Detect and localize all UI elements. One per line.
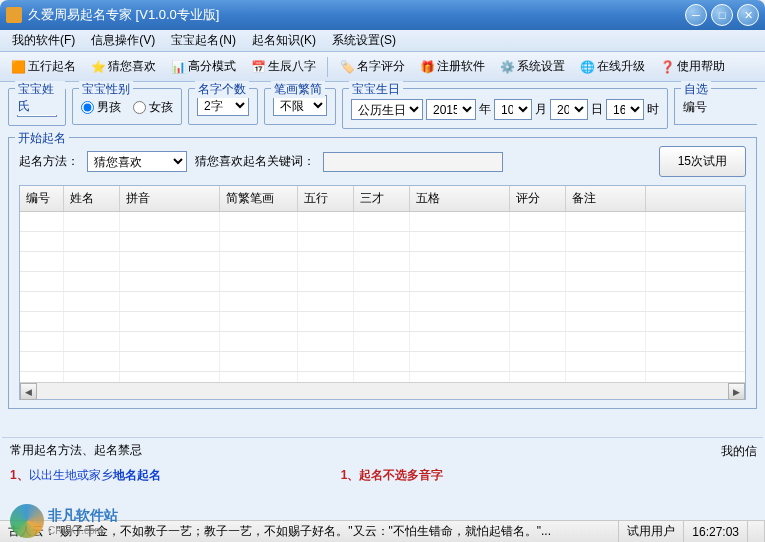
tb-label: 使用帮助 (677, 58, 725, 75)
start-panel-label: 开始起名 (15, 130, 69, 147)
gear-icon: ⚙️ (499, 59, 515, 75)
window-controls: ─ □ ✕ (685, 4, 759, 26)
method-select[interactable]: 猜您喜欢 (87, 151, 187, 172)
surname-label: 宝宝姓氏 (15, 81, 65, 115)
tb-bazi[interactable]: 📅生辰八字 (244, 56, 322, 77)
custom-content: 编号 (683, 95, 749, 116)
separator (327, 57, 328, 77)
table-row (20, 212, 745, 232)
tb-label: 在线升级 (597, 58, 645, 75)
table-row (20, 332, 745, 352)
radio-male-label: 男孩 (97, 99, 121, 116)
column-header[interactable]: 备注 (566, 186, 646, 211)
scroll-left-button[interactable]: ◀ (20, 383, 37, 400)
day-select[interactable]: 20 (550, 99, 588, 120)
tips-header: 常用起名方法、起名禁忌 (2, 437, 763, 463)
close-button[interactable]: ✕ (737, 4, 759, 26)
custom-group: 自选 编号 (674, 88, 757, 125)
month-select[interactable]: 10 (494, 99, 532, 120)
table-row (20, 312, 745, 332)
tb-upgrade[interactable]: 🌐在线升级 (573, 56, 651, 77)
input-panel: 宝宝姓氏 宝宝性别 男孩 女孩 名字个数 2字 笔画繁简 不限 宝宝生日 公历生… (2, 84, 763, 133)
table-row (20, 232, 745, 252)
column-header[interactable]: 评分 (510, 186, 566, 211)
tip-right: 1、起名不选多音字 (341, 467, 444, 484)
column-header[interactable]: 三才 (354, 186, 410, 211)
tip-left-bold: 地名起名 (113, 468, 161, 482)
tips-row: 我的信 1、以出生地或家乡地名起名 1、起名不选多音字 (2, 463, 763, 498)
tb-register[interactable]: 🎁注册软件 (413, 56, 491, 77)
keyword-input[interactable] (323, 152, 503, 172)
minimize-button[interactable]: ─ (685, 4, 707, 26)
scroll-track[interactable] (37, 383, 728, 399)
custom-label: 自选 (681, 81, 711, 98)
hour-select[interactable]: 16 (606, 99, 644, 120)
tip-left-num: 1、 (10, 468, 29, 482)
try-button[interactable]: 15次试用 (659, 146, 746, 177)
stroke-select[interactable]: 不限 (273, 95, 327, 116)
menu-file[interactable]: 我的软件(F) (4, 30, 83, 51)
status-time: 16:27:03 (684, 521, 748, 542)
year-select[interactable]: 2015 (426, 99, 476, 120)
tb-wuxing[interactable]: 🟧五行起名 (4, 56, 82, 77)
birthday-group: 宝宝生日 公历生日 2015 年 10 月 20 日 16 时 (342, 88, 668, 129)
namecount-label: 名字个数 (195, 81, 249, 98)
calendar-icon: 📅 (250, 59, 266, 75)
tb-help[interactable]: ❓使用帮助 (653, 56, 731, 77)
menu-knowledge[interactable]: 起名知识(K) (244, 30, 324, 51)
chart-icon: 📊 (170, 59, 186, 75)
column-header[interactable]: 编号 (20, 186, 64, 211)
menu-naming[interactable]: 宝宝起名(N) (163, 30, 244, 51)
tb-settings[interactable]: ⚙️系统设置 (493, 56, 571, 77)
table-row (20, 372, 745, 382)
table-header: 编号姓名拼音简繁笔画五行三才五格评分备注 (20, 186, 745, 212)
gender-group: 宝宝性别 男孩 女孩 (72, 88, 182, 125)
maximize-button[interactable]: □ (711, 4, 733, 26)
toolbar: 🟧五行起名 ⭐猜您喜欢 📊高分模式 📅生辰八字 🏷️名字评分 🎁注册软件 ⚙️系… (0, 52, 765, 82)
tb-score[interactable]: 🏷️名字评分 (333, 56, 411, 77)
tb-label: 五行起名 (28, 58, 76, 75)
column-header[interactable]: 姓名 (64, 186, 120, 211)
column-header[interactable]: 拼音 (120, 186, 220, 211)
status-grip (748, 521, 765, 542)
menu-settings[interactable]: 系统设置(S) (324, 30, 404, 51)
tb-label: 注册软件 (437, 58, 485, 75)
table-row (20, 352, 745, 372)
column-header[interactable]: 简繁笔画 (220, 186, 298, 211)
results-table: 编号姓名拼音简繁笔画五行三才五格评分备注 ◀ ▶ (19, 185, 746, 400)
namecount-select[interactable]: 2字 (197, 95, 249, 116)
square-icon: 🟧 (10, 59, 26, 75)
watermark-name: 非凡软件站 (48, 507, 118, 525)
tb-label: 生辰八字 (268, 58, 316, 75)
calendar-select[interactable]: 公历生日 (351, 99, 423, 120)
tb-label: 系统设置 (517, 58, 565, 75)
radio-female-label: 女孩 (149, 99, 173, 116)
star-icon: ⭐ (90, 59, 106, 75)
stroke-group: 笔画繁简 不限 (264, 88, 336, 125)
table-body[interactable] (20, 212, 745, 382)
tb-guess[interactable]: ⭐猜您喜欢 (84, 56, 162, 77)
radio-male[interactable]: 男孩 (81, 99, 121, 116)
column-header[interactable]: 五行 (298, 186, 354, 211)
radio-female-input[interactable] (133, 101, 146, 114)
tag-icon: 🏷️ (339, 59, 355, 75)
tb-highscore[interactable]: 📊高分模式 (164, 56, 242, 77)
menu-info[interactable]: 信息操作(V) (83, 30, 163, 51)
table-row (20, 292, 745, 312)
keyword-label: 猜您喜欢起名关键词： (195, 153, 315, 170)
gender-label: 宝宝性别 (79, 81, 133, 98)
app-icon (6, 7, 22, 23)
tb-label: 猜您喜欢 (108, 58, 156, 75)
horizontal-scrollbar[interactable]: ◀ ▶ (20, 382, 745, 399)
surname-group: 宝宝姓氏 (8, 88, 66, 126)
globe-icon: 🌐 (579, 59, 595, 75)
hour-label: 时 (647, 101, 659, 118)
scroll-right-button[interactable]: ▶ (728, 383, 745, 400)
namecount-group: 名字个数 2字 (188, 88, 258, 125)
column-header[interactable]: 五格 (410, 186, 510, 211)
right-cutoff-label: 我的信 (721, 443, 757, 460)
day-label: 日 (591, 101, 603, 118)
table-row (20, 252, 745, 272)
radio-male-input[interactable] (81, 101, 94, 114)
radio-female[interactable]: 女孩 (133, 99, 173, 116)
